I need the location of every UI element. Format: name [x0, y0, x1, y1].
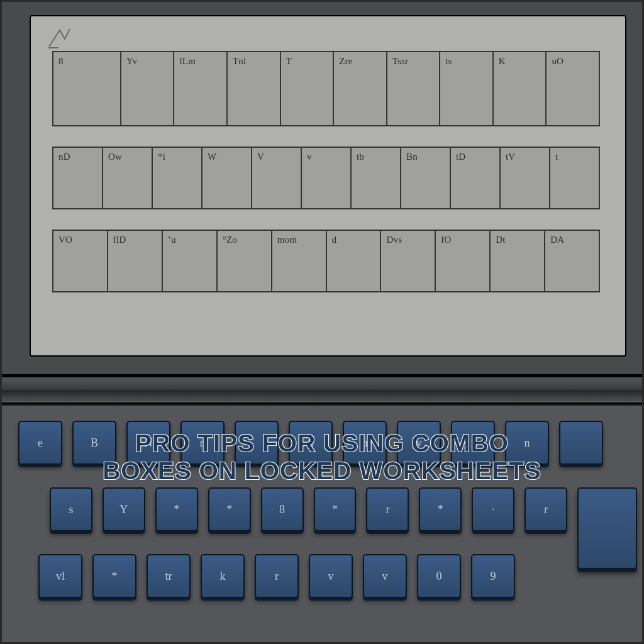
screen-cell: ’u	[162, 230, 218, 292]
keyboard-key	[559, 421, 603, 465]
screen-row-2: nD Ow *i W V v tb Bn tD tV t	[52, 147, 600, 209]
keyboard-key: r	[525, 487, 567, 531]
keyboard-key: ·	[472, 487, 514, 531]
keyboard-key: *	[208, 487, 251, 531]
screen-cell: DA	[544, 230, 600, 292]
keyboard-key: 8	[289, 421, 333, 465]
screen-cell: flD	[107, 230, 163, 292]
screen-cell: V	[251, 147, 302, 209]
keyboard-key: tr	[147, 554, 191, 598]
screen-cell: Dvs	[380, 230, 436, 292]
scribble-icon	[46, 26, 74, 52]
screen-cell: nD	[52, 147, 103, 209]
screen-row-3: VO flD ’u °Zo mom d Dvs fO Dt DA	[52, 230, 600, 292]
keyboard-key: n	[505, 421, 549, 465]
keyboard-key: *	[314, 487, 357, 531]
keyboard-key: s	[50, 487, 92, 531]
screen-cell: 8	[52, 51, 121, 126]
laptop-hinge	[0, 375, 644, 404]
screen-cell: T	[280, 51, 335, 126]
keyboard-key: 0	[417, 554, 461, 598]
screen-row-1: 8 Yv lLm Tnl T Zre Tssr ts K uO	[52, 51, 600, 126]
keyboard-key: n	[343, 421, 387, 465]
screen-cell: K	[492, 51, 547, 126]
screen-cell: Bn	[400, 147, 451, 209]
keyboard-enter-key	[577, 487, 637, 569]
keyboard-key: r	[255, 554, 299, 598]
keyboard-row-2: s Y * * 8 * r * · r	[18, 487, 637, 541]
screen-cell: fO	[435, 230, 491, 292]
image-frame: 8 Yv lLm Tnl T Zre Tssr ts K uO nD Ow *i…	[0, 0, 644, 644]
screen-cell: ts	[439, 51, 494, 126]
keyboard-key: B	[72, 421, 116, 465]
screen-cell: Tnl	[226, 51, 281, 126]
keyboard-key: *	[155, 487, 198, 531]
screen-cell: tV	[499, 147, 550, 209]
keyboard-key: e	[18, 421, 62, 465]
screen-cell: uO	[545, 51, 600, 126]
screen-cell: Yv	[120, 51, 175, 126]
keyboard-key: r	[366, 487, 409, 531]
screen-cell: VO	[52, 230, 108, 292]
laptop-keyboard: e B N n 8 n v r n s Y * * 8 * r * · r vl	[0, 404, 644, 644]
laptop-screen: 8 Yv lLm Tnl T Zre Tssr ts K uO nD Ow *i…	[30, 15, 626, 357]
screen-cell: tb	[350, 147, 401, 209]
keyboard-key: Y	[103, 487, 145, 531]
keyboard-key: vl	[38, 554, 82, 598]
keyboard-row-3: vl * tr k r v v 0 9	[18, 554, 637, 608]
keyboard-key: *	[419, 487, 462, 531]
screen-cell: lLm	[173, 51, 228, 126]
screen-cell: Ow	[102, 147, 153, 209]
keyboard-key: k	[201, 554, 245, 598]
keyboard-key: N	[126, 421, 170, 465]
screen-cell: tD	[450, 147, 501, 209]
screen-cell: °Zo	[216, 230, 272, 292]
keyboard-key: v	[309, 554, 353, 598]
laptop-screen-bezel: 8 Yv lLm Tnl T Zre Tssr ts K uO nD Ow *i…	[0, 0, 644, 376]
keyboard-key: *	[92, 554, 136, 598]
keyboard-key: 9	[471, 554, 515, 598]
screen-cell: W	[201, 147, 252, 209]
screen-cell: d	[326, 230, 382, 292]
screen-cell: *i	[152, 147, 203, 209]
keyboard-key: v	[363, 554, 407, 598]
screen-cell: t	[549, 147, 600, 209]
screen-cell: Dt	[489, 230, 545, 292]
keyboard-row-1: e B N n 8 n v r n	[18, 421, 637, 475]
keyboard-key: n	[180, 421, 225, 465]
screen-cell: Tssr	[386, 51, 441, 126]
screen-cell: Zre	[333, 51, 387, 126]
screen-cell: v	[301, 147, 352, 209]
keyboard-key: r	[451, 421, 495, 465]
keyboard-key: v	[397, 421, 441, 465]
keyboard-key	[235, 421, 279, 465]
keyboard-key: 8	[261, 487, 304, 531]
screen-cell: mom	[271, 230, 327, 292]
